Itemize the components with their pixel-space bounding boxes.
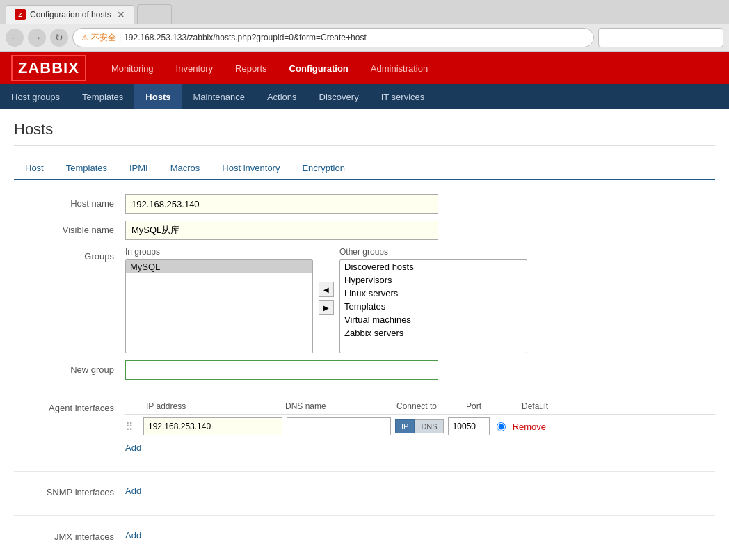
jmx-interfaces-field: Add [125,527,715,541]
main-nav: Monitoring Inventory Reports Configurati… [100,52,439,84]
agent-interfaces-field: IP address DNS name Connect to Port Defa… [125,399,715,453]
tab-close-button[interactable]: ✕ [117,9,125,20]
reload-button[interactable]: ↻ [50,29,68,47]
visible-name-row: Visible name [14,221,715,240]
nav-reports[interactable]: Reports [224,52,278,84]
add-snmp-link[interactable]: Add [125,486,141,496]
tab-macros[interactable]: Macros [159,157,211,180]
port-header: Port [466,401,522,411]
new-group-row: New group [14,360,715,380]
other-group-zabbix[interactable]: Zabbix servers [340,326,527,339]
snmp-interfaces-label: SNMP interfaces [14,483,125,497]
drag-handle-icon[interactable]: ⠿ [125,420,139,433]
default-radio[interactable] [497,422,506,431]
subnav-discovery[interactable]: Discovery [308,84,370,109]
other-groups-box: Other groups Discovered hosts Hypervisor… [339,247,527,353]
visible-name-field [125,221,715,240]
tab-ipmi[interactable]: IPMI [118,157,159,180]
connect-ip-button[interactable]: IP [395,419,415,433]
subnav-hosts[interactable]: Hosts [134,84,182,109]
in-group-mysql[interactable]: MySQL [126,260,312,273]
groups-label: Groups [14,247,125,262]
host-name-input[interactable] [125,194,438,214]
groups-container: In groups MySQL ◀ ▶ Other groups Discove… [125,247,715,353]
new-group-label: New group [14,360,125,375]
interface-port-input[interactable] [448,417,490,435]
security-label: 不安全 [91,32,116,44]
remove-interface-link[interactable]: Remove [513,422,546,432]
other-group-linux[interactable]: Linux servers [340,287,527,300]
other-group-virtual[interactable]: Virtual machines [340,313,527,326]
tab-encryption[interactable]: Encryption [291,157,355,180]
tab-host-inventory[interactable]: Host inventory [211,157,291,180]
move-right-button[interactable]: ▶ [319,300,334,315]
back-button[interactable]: ← [6,29,24,47]
interface-dns-input[interactable] [287,417,391,435]
jmx-interfaces-label: JMX interfaces [14,527,125,542]
browser-nav-bar: ← → ↻ ⚠ 不安全 | 192.168.253.133/zabbix/hos… [0,24,729,51]
other-group-discovered[interactable]: Discovered hosts [340,260,527,273]
page-content: Hosts Host Templates IPMI Macros Host in… [0,109,729,560]
browser-tab[interactable]: Z Configuration of hosts ✕ [6,5,134,24]
nav-monitoring[interactable]: Monitoring [100,52,165,84]
other-group-templates[interactable]: Templates [340,300,527,313]
security-icon: ⚠ [81,33,88,42]
nav-inventory[interactable]: Inventory [165,52,224,84]
zabbix-logo: ZABBIX [11,55,86,81]
subnav-actions[interactable]: Actions [256,84,308,109]
default-header: Default [522,401,577,411]
snmp-interfaces-row: SNMP interfaces Add [14,471,715,509]
host-name-row: Host name [14,194,715,214]
tab-templates[interactable]: Templates [55,157,118,180]
subnav-templates[interactable]: Templates [71,84,134,109]
browser-chrome: Z Configuration of hosts ✕ ← → ↻ ⚠ 不安全 |… [0,0,729,52]
tab-title: Configuration of hosts [30,10,111,19]
subnav-it-services[interactable]: IT services [370,84,436,109]
in-groups-box: In groups MySQL [125,247,313,353]
other-groups-select[interactable]: Discovered hosts Hypervisors Linux serve… [339,259,527,353]
move-left-button[interactable]: ◀ [319,282,334,297]
subnav-host-groups[interactable]: Host groups [0,84,71,109]
nav-administration[interactable]: Administration [360,52,439,84]
host-form: Host name Visible name Groups In groups … [14,194,715,560]
app-header: ZABBIX Monitoring Inventory Reports Conf… [0,52,729,84]
in-groups-select[interactable]: MySQL [125,259,313,353]
agent-interfaces-row: Agent interfaces IP address DNS name Con… [14,387,715,464]
in-groups-label: In groups [125,247,313,257]
group-arrows: ◀ ▶ [313,282,339,315]
other-group-hypervisors[interactable]: Hypervisors [340,273,527,287]
connect-buttons: IP DNS [395,419,444,433]
visible-name-input[interactable] [125,221,438,240]
address-bar[interactable]: ⚠ 不安全 | 192.168.253.133/zabbix/hosts.php… [72,28,594,47]
browser-search-input[interactable] [598,28,723,47]
nav-configuration[interactable]: Configuration [278,52,360,84]
other-groups-label: Other groups [339,247,527,257]
connect-to-header: Connect to [396,401,466,411]
dns-name-header: DNS name [285,401,396,411]
page-title: Hosts [14,120,715,146]
host-name-field [125,194,715,214]
address-text: 192.168.253.133/zabbix/hosts.php?groupid… [124,33,367,42]
snmp-interfaces-field: Add [125,483,715,496]
tabs-bar: Host Templates IPMI Macros Host inventor… [14,157,715,180]
tab-host[interactable]: Host [14,157,55,180]
interface-row-1: ⠿ IP DNS Remove [125,417,715,435]
add-interface-link[interactable]: Add [125,442,141,453]
new-group-input[interactable] [125,360,438,380]
add-interface-container: Add [125,440,715,453]
subnav-maintenance[interactable]: Maintenance [182,84,255,109]
interface-ip-input[interactable] [143,417,282,435]
groups-field: In groups MySQL ◀ ▶ Other groups Discove… [125,247,715,353]
ip-address-header: IP address [125,401,285,411]
connect-dns-button[interactable]: DNS [415,419,443,433]
favicon-icon: Z [15,9,26,20]
jmx-interfaces-row: JMX interfaces Add [14,515,715,553]
new-group-field [125,360,715,380]
new-tab-area [137,4,172,24]
agent-interfaces-label: Agent interfaces [14,399,125,413]
add-jmx-link[interactable]: Add [125,530,141,541]
visible-name-label: Visible name [14,221,125,235]
host-name-label: Host name [14,194,125,209]
sub-nav: Host groups Templates Hosts Maintenance … [0,84,729,109]
forward-button[interactable]: → [28,29,46,47]
